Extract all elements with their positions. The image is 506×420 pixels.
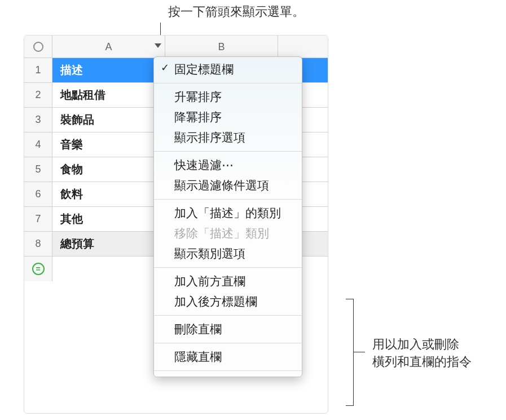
menu-show-category-options[interactable]: 顯示類別選項 xyxy=(154,244,302,264)
row-header-6[interactable]: 6 xyxy=(24,182,52,207)
row-header-7[interactable]: 7 xyxy=(24,207,52,232)
add-row-button[interactable]: = xyxy=(24,257,52,281)
column-header-a[interactable]: A xyxy=(52,36,165,58)
row-header-4[interactable]: 4 xyxy=(24,132,52,157)
row-header-5[interactable]: 5 xyxy=(24,157,52,182)
menu-add-column-after[interactable]: 加入後方標題欄 xyxy=(154,291,302,312)
annotation-bracket xyxy=(346,299,354,406)
menu-separator xyxy=(154,199,302,200)
menu-add-column-before[interactable]: 加入前方直欄 xyxy=(154,271,302,291)
menu-sort-ascending[interactable]: 升冪排序 xyxy=(154,87,302,107)
menu-separator xyxy=(154,267,302,268)
menu-hide-column[interactable]: 隱藏直欄 xyxy=(154,347,302,367)
menu-separator xyxy=(154,151,302,152)
annotation-bracket-mid xyxy=(354,352,365,352)
equals-icon: = xyxy=(32,263,45,275)
row-header-8[interactable]: 8 xyxy=(24,232,52,257)
menu-freeze-header[interactable]: 固定標題欄 xyxy=(154,59,302,79)
annotation-right: 用以加入或刪除 橫列和直欄的指令 xyxy=(372,336,472,371)
column-header-b-label: B xyxy=(218,41,225,53)
menu-separator xyxy=(154,83,302,83)
select-all-corner[interactable] xyxy=(24,36,52,58)
menu-add-category[interactable]: 加入「描述」的類別 xyxy=(154,203,302,223)
column-header-b[interactable]: B xyxy=(165,36,278,58)
column-header-bar: A B xyxy=(24,36,328,58)
column-context-menu: 固定標題欄 升冪排序 降冪排序 顯示排序選項 快速過濾⋯ 顯示過濾條件選項 加入… xyxy=(153,56,302,377)
column-header-a-label: A xyxy=(105,41,112,53)
row-header-1[interactable]: 1 xyxy=(24,58,52,83)
menu-remove-category: 移除「描述」類別 xyxy=(154,223,302,244)
row-header-bar: 1 2 3 4 5 6 7 8 = xyxy=(24,58,52,281)
menu-delete-column[interactable]: 刪除直欄 xyxy=(154,319,302,339)
menu-separator xyxy=(154,315,302,316)
row-header-3[interactable]: 3 xyxy=(24,108,52,132)
menu-separator xyxy=(154,343,302,343)
row-header-2[interactable]: 2 xyxy=(24,83,52,108)
menu-separator xyxy=(154,370,302,371)
menu-sort-descending[interactable]: 降冪排序 xyxy=(154,107,302,127)
chevron-down-icon[interactable] xyxy=(155,43,161,48)
annotation-top: 按一下箭頭來顯示選單。 xyxy=(168,3,305,21)
circle-icon xyxy=(33,42,43,52)
menu-show-sort-options[interactable]: 顯示排序選項 xyxy=(154,127,302,148)
menu-quick-filter[interactable]: 快速過濾⋯ xyxy=(154,155,302,175)
menu-show-filter-options[interactable]: 顯示過濾條件選項 xyxy=(154,175,302,196)
